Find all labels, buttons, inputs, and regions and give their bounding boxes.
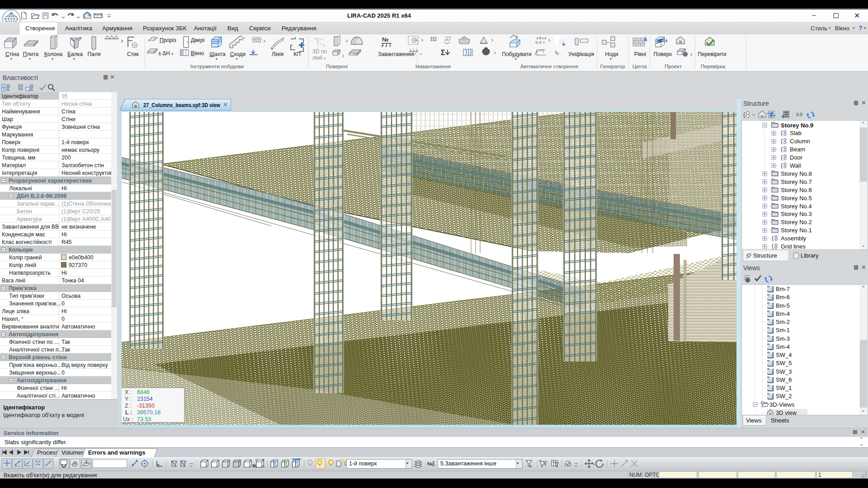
svg-text:Storey No.3: Storey No.3 bbox=[781, 211, 812, 217]
svg-text:Storey No.5: Storey No.5 bbox=[781, 195, 812, 202]
svg-text:Ux :: Ux : bbox=[123, 416, 133, 422]
svg-text:{: { bbox=[781, 162, 783, 169]
svg-text:3D view: 3D view bbox=[776, 409, 797, 415]
svg-text:Sm-1: Sm-1 bbox=[776, 327, 790, 333]
svg-text:Bm-6: Bm-6 bbox=[776, 294, 790, 300]
svg-text:L :: L : bbox=[125, 409, 132, 416]
svg-text:y: y bbox=[184, 461, 186, 465]
svg-text:Storey No.9: Storey No.9 bbox=[781, 122, 813, 129]
svg-text:-31350: -31350 bbox=[137, 403, 155, 409]
svg-text:Storey No.2: Storey No.2 bbox=[781, 219, 812, 225]
svg-text:{: { bbox=[781, 137, 783, 144]
svg-text:{: { bbox=[772, 235, 774, 241]
svg-text:Sm-2: Sm-2 bbox=[776, 319, 790, 325]
svg-text:27_Columns_beams.spf:3D view: 27_Columns_beams.spf:3D view bbox=[143, 102, 221, 108]
svg-text:{: { bbox=[781, 129, 783, 136]
svg-text:SW_2: SW_2 bbox=[776, 393, 792, 399]
svg-text:Wall: Wall bbox=[790, 162, 801, 169]
svg-text:3D-Views: 3D-Views bbox=[769, 401, 795, 408]
svg-text:Grid lines: Grid lines bbox=[781, 243, 806, 249]
svg-text:Slab: Slab bbox=[790, 130, 802, 136]
svg-text:39570.16: 39570.16 bbox=[137, 409, 160, 416]
svg-text:Bm-5: Bm-5 bbox=[776, 302, 790, 309]
svg-text:Y :: Y : bbox=[125, 396, 132, 402]
svg-text:X :: X : bbox=[125, 389, 132, 395]
svg-text:1: 1 bbox=[323, 43, 325, 48]
svg-text:Σ: Σ bbox=[441, 49, 445, 56]
svg-text:{: { bbox=[772, 243, 774, 249]
svg-text:Beam: Beam bbox=[790, 146, 805, 153]
svg-text:Assembly: Assembly bbox=[781, 235, 807, 242]
svg-text:Storey No.6: Storey No.6 bbox=[781, 187, 812, 193]
svg-text:Storey No.7: Storey No.7 bbox=[781, 178, 812, 185]
svg-text:Z :: Z : bbox=[125, 403, 132, 409]
svg-text:SW_1: SW_1 bbox=[776, 385, 792, 391]
svg-text:6846: 6846 bbox=[137, 389, 150, 395]
svg-text:{: { bbox=[781, 145, 783, 152]
svg-text:Bm-7: Bm-7 bbox=[776, 286, 790, 292]
svg-text:Bm-4: Bm-4 bbox=[776, 310, 790, 317]
svg-text:SW_3: SW_3 bbox=[776, 368, 792, 375]
svg-text:x: x bbox=[175, 461, 177, 465]
svg-text:{: { bbox=[743, 111, 745, 118]
svg-text:Sm-3: Sm-3 bbox=[776, 335, 790, 342]
svg-text:23154: 23154 bbox=[137, 396, 153, 402]
svg-text:№: № bbox=[382, 36, 389, 43]
svg-text:Column: Column bbox=[790, 138, 810, 145]
svg-text:Door: Door bbox=[790, 154, 803, 161]
svg-text:1: 1 bbox=[314, 36, 316, 41]
svg-text:Storey No.4: Storey No.4 bbox=[781, 203, 812, 210]
svg-text:Sm-4: Sm-4 bbox=[776, 343, 790, 350]
svg-text:№: № bbox=[427, 461, 433, 466]
svg-text:{: { bbox=[781, 154, 783, 160]
svg-text:SW_4: SW_4 bbox=[776, 352, 792, 358]
svg-text:SW_5: SW_5 bbox=[776, 360, 792, 366]
svg-text:73.53: 73.53 bbox=[137, 416, 151, 422]
svg-text:SW_6: SW_6 bbox=[776, 376, 792, 383]
svg-text:Storey No.8: Storey No.8 bbox=[781, 170, 812, 177]
svg-text:Storey No.1: Storey No.1 bbox=[781, 227, 812, 234]
